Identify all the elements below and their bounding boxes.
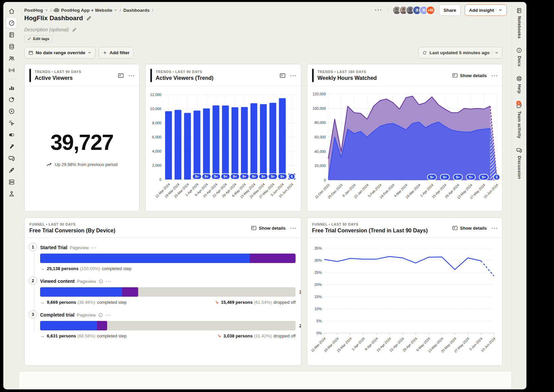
funnel-bar-segment-blue[interactable] <box>40 321 97 330</box>
sidebar-item-activity[interactable] <box>6 64 17 76</box>
area-chart-svg[interactable]: 020,00040,00060,00080,000100,000120,0001… <box>309 90 500 210</box>
edit-tags-button[interactable]: Edit tags <box>24 35 53 42</box>
panel-tab-docs[interactable]: Docs <box>516 47 522 66</box>
panel-tab-notebooks[interactable]: Notebooks <box>516 7 522 38</box>
last-updated-button[interactable]: Last updated 5 minutes ago <box>418 47 502 59</box>
details-icon <box>452 72 458 78</box>
sidebar-item-product-analytics[interactable] <box>6 82 17 93</box>
svg-text:0: 0 <box>159 177 161 182</box>
bar[interactable] <box>165 111 172 179</box>
card-title[interactable]: Free Trial Conversion (By Device) <box>29 228 115 234</box>
funnel-bar-segment-purple[interactable] <box>250 254 296 263</box>
svg-text:9+: 9+ <box>223 175 227 178</box>
bar[interactable] <box>260 104 267 179</box>
card-title[interactable]: Active Viewers (Trend) <box>156 75 213 81</box>
edit-description-icon[interactable] <box>72 27 77 32</box>
edit-title-icon[interactable] <box>86 15 92 21</box>
notebooks-icon <box>8 31 15 38</box>
step-menu-button[interactable]: ··· <box>106 279 112 284</box>
sidebar-item-home[interactable] <box>6 5 17 17</box>
card-menu-button[interactable]: ··· <box>492 73 498 78</box>
metric-delta: Up 29.98% from previous period <box>55 162 117 167</box>
breadcrumb-separator: / <box>51 8 52 13</box>
breadcrumb-item[interactable]: PostHog App + Website <box>54 8 117 13</box>
panel-tab-discussion[interactable]: Discussion <box>516 147 522 179</box>
sidebar-item-surveys[interactable] <box>6 153 17 164</box>
sidebar-item-experiments[interactable] <box>6 141 17 152</box>
show-details-button[interactable]: Show details <box>452 72 487 78</box>
svg-text:9+: 9+ <box>233 175 237 178</box>
sidebar-item-data-warehouse[interactable] <box>6 41 17 52</box>
bar[interactable] <box>175 110 181 179</box>
card-menu-button[interactable]: ··· <box>492 225 498 231</box>
info-icon[interactable] <box>98 313 103 318</box>
funnel-bar-segment-purple[interactable] <box>122 287 138 297</box>
conversion-line-chart[interactable]: 0%5%10%15%20%25%30%35%11-Mar-202418-Mar-… <box>307 238 502 365</box>
conversion-line-projection[interactable] <box>481 261 494 276</box>
conversion-line[interactable] <box>324 256 481 269</box>
trend-bar-chart[interactable]: 02,0004,0006,0008,00010,00012,00011-Mar-… <box>146 86 301 211</box>
bar-chart-svg[interactable]: 02,0004,0006,0008,00010,00012,00011-Mar-… <box>147 90 299 210</box>
breadcrumb-item[interactable]: PostHog <box>24 8 48 13</box>
svg-text:9+: 9+ <box>443 175 447 179</box>
bar[interactable] <box>203 108 210 179</box>
funnel-bar[interactable] <box>40 287 296 297</box>
add-filter-button[interactable]: Add filter <box>99 47 133 59</box>
dashboard-menu-button[interactable]: ··· <box>373 7 384 13</box>
breadcrumb-item[interactable]: Dashboards <box>123 8 150 13</box>
funnel-bar-segment-blue[interactable] <box>40 287 122 297</box>
funnel-bar-segment-blue[interactable] <box>40 254 250 263</box>
bar[interactable] <box>279 98 286 180</box>
details-icon[interactable] <box>118 72 124 79</box>
sidebar-item-notebooks[interactable] <box>6 29 17 40</box>
card-title[interactable]: Weekly Hours Watched <box>317 75 377 81</box>
sidebar-item-web-analytics[interactable] <box>6 94 17 105</box>
panel-tab-help[interactable]: Help <box>516 75 522 94</box>
funnel-bar-segment-purple[interactable] <box>97 321 107 330</box>
card-menu-button[interactable]: ··· <box>290 73 297 78</box>
divider <box>388 6 388 14</box>
details-icon[interactable] <box>279 72 286 79</box>
step-menu-button[interactable]: ··· <box>91 245 97 250</box>
date-range-override-select[interactable]: No date range override <box>24 47 95 59</box>
avatar-overflow-badge[interactable]: +45 <box>426 6 435 15</box>
funnel-bar[interactable] <box>40 254 296 263</box>
sidebar-item-groups[interactable] <box>6 188 17 199</box>
sidebar-item-early-access[interactable] <box>6 164 17 176</box>
notification-badge: 1 <box>516 101 521 105</box>
card-accent-bar <box>150 69 152 82</box>
sidebar-item-session-replay[interactable] <box>6 105 17 117</box>
bar[interactable] <box>184 113 191 179</box>
info-icon[interactable] <box>98 279 103 284</box>
bar[interactable] <box>250 103 257 179</box>
bar[interactable] <box>232 107 238 179</box>
bar[interactable] <box>241 107 248 179</box>
show-details-button[interactable]: Show details <box>452 225 487 231</box>
card-title[interactable]: Free Trial Conversion (Trend in Last 90 … <box>312 228 428 234</box>
bar[interactable] <box>193 110 200 179</box>
card-title[interactable]: Active Viewers <box>35 75 81 81</box>
panel-tab-team-activity[interactable]: 1Team activity <box>516 102 522 138</box>
collaborator-avatars[interactable]: BB+45 <box>392 6 435 15</box>
add-insight-button[interactable]: Add insight <box>465 4 507 16</box>
bar[interactable] <box>213 105 219 179</box>
sidebar-item-toolbar[interactable] <box>6 117 17 129</box>
bar[interactable] <box>270 103 276 179</box>
card-menu-button[interactable]: ··· <box>129 73 135 78</box>
sidebar-item-dashboards[interactable] <box>6 17 17 29</box>
svg-text:60,000: 60,000 <box>314 135 326 139</box>
sidebar-item-people[interactable] <box>6 53 17 64</box>
hours-area-chart[interactable]: 020,00040,00060,00080,000100,000120,0001… <box>307 86 502 211</box>
line-chart-svg[interactable]: 0%5%10%15%20%25%30%35%11-Mar-202418-Mar-… <box>309 243 499 365</box>
share-button[interactable]: Share <box>439 4 461 16</box>
step-menu-button[interactable]: ··· <box>105 313 112 318</box>
sidebar-item-feature-flags[interactable] <box>6 129 17 140</box>
sidebar-item-data-pipeline[interactable] <box>6 176 17 188</box>
bar[interactable] <box>222 105 229 179</box>
funnel-bar[interactable] <box>40 321 296 330</box>
show-details-button[interactable]: Show details <box>251 225 285 231</box>
card-menu-button[interactable]: ··· <box>290 225 297 231</box>
completed-arrow-icon: → <box>40 300 44 305</box>
completed-count: 9,669 persons <box>47 300 76 305</box>
toolbar-icon <box>8 120 15 127</box>
